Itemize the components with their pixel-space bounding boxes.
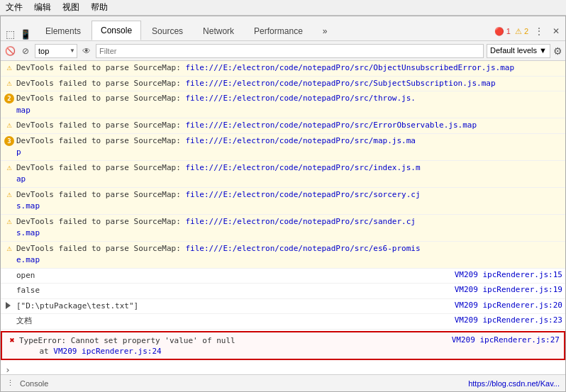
menu-help[interactable]: 帮助 xyxy=(88,0,111,15)
console-row-array: ["D:\ptuPackage\test.txt"] VM209 ipcRend… xyxy=(1,299,565,315)
levels-select[interactable]: Default levels ▼ xyxy=(487,44,550,58)
tab-elements[interactable]: Elements xyxy=(36,21,90,40)
tab-more[interactable]: » xyxy=(313,21,337,40)
context-select-wrap: top xyxy=(35,44,77,58)
console-row-warn-circle-3: 3 DevTools failed to parse SourceMap: fi… xyxy=(1,134,565,161)
sourcemap-link-8[interactable]: file:///E:/electron/code/notepadPro/src/… xyxy=(16,217,416,238)
warn-icon-6: ⚠ xyxy=(4,216,15,226)
filter-input[interactable] xyxy=(96,44,484,58)
error-link[interactable]: VM209 ipcRenderer.js:24 xyxy=(53,347,161,356)
sourcemap-link-4[interactable]: file:///E:/electron/code/notepadPro/src/… xyxy=(185,121,477,130)
prompt-arrow: › xyxy=(5,364,11,374)
sourcemap-link-3[interactable]: file:///E:/electron/code/notepadPro/src/… xyxy=(16,94,416,115)
console-row-warn-5: ⚠ DevTools failed to parse SourceMap: fi… xyxy=(1,188,565,215)
console-bottom-bar: ⋮ Console https://blog.csdn.net/Kav... xyxy=(1,374,565,391)
clear-console-icon[interactable]: 🚫 xyxy=(4,45,16,57)
warn-icon-7: ⚠ xyxy=(4,243,15,253)
row-source-array[interactable]: VM209 ipcRenderer.js:20 xyxy=(455,301,562,310)
warn-icon-1: ⚠ xyxy=(4,62,15,72)
devtools-outer: 文件 编辑 视图 帮助 ⬚ 📱 Elements Console Sources… xyxy=(0,0,566,392)
row-source-open[interactable]: VM209 ipcRenderer.js:15 xyxy=(455,270,562,279)
inspect-icon[interactable]: ⬚ xyxy=(4,28,16,40)
sourcemap-link-5[interactable]: file:///E:/electron/code/notepadPro/src/… xyxy=(16,136,416,157)
close-devtools-icon[interactable]: ✕ xyxy=(550,25,562,38)
filter-icon[interactable]: ⊘ xyxy=(19,45,32,57)
settings-icon[interactable]: ⚙ xyxy=(553,45,562,57)
devtools-window: ⬚ 📱 Elements Console Sources Network Per… xyxy=(0,16,566,392)
tab-sources[interactable]: Sources xyxy=(143,21,192,40)
console-row-warn-4: ⚠ DevTools failed to parse SourceMap: fi… xyxy=(1,161,565,188)
menu-edit[interactable]: 编辑 xyxy=(31,0,54,15)
tab-network[interactable]: Network xyxy=(194,21,243,40)
console-prompt[interactable]: › xyxy=(1,362,565,374)
more-options-icon[interactable]: ⋮ xyxy=(533,25,545,38)
console-row-warn-2: ⚠ DevTools failed to parse SourceMap: fi… xyxy=(1,77,565,92)
warn-circle-2: 2 xyxy=(4,93,15,103)
sourcemap-link-6[interactable]: file:///E:/electron/code/notepadPro/src/… xyxy=(16,163,421,184)
bottom-console-label[interactable]: Console xyxy=(20,379,48,388)
row-source-error[interactable]: VM209 ipcRenderer.js:27 xyxy=(452,335,560,345)
console-row-warn-3: ⚠ DevTools failed to parse SourceMap: fi… xyxy=(1,118,565,134)
row-source-false[interactable]: VM209 ipcRenderer.js:19 xyxy=(455,285,562,294)
menu-file[interactable]: 文件 xyxy=(3,0,26,15)
error-text: TypeError: Cannot set property 'value' o… xyxy=(19,335,449,347)
row-source-docs[interactable]: VM209 ipcRenderer.js:23 xyxy=(455,315,562,325)
error-icon: ✖ xyxy=(6,335,18,345)
console-row-false: false VM209 ipcRenderer.js:19 xyxy=(1,284,565,299)
tab-performance[interactable]: Performance xyxy=(245,21,312,40)
device-icon[interactable]: 📱 xyxy=(19,28,32,40)
console-output[interactable]: ⚠ DevTools failed to parse SourceMap: fi… xyxy=(1,61,565,374)
console-toolbar: 🚫 ⊘ top 👁 Default levels ▼ ⚙ xyxy=(1,41,565,61)
devtools-tab-icons: 🔴 1 ⚠ 2 ⋮ ✕ xyxy=(494,25,562,40)
console-row-warn-1: ⚠ DevTools failed to parse SourceMap: fi… xyxy=(1,61,565,77)
console-row-docs: 文档 VM209 ipcRenderer.js:23 xyxy=(1,314,565,330)
eye-icon[interactable]: 👁 xyxy=(80,45,93,57)
sourcemap-link-2[interactable]: file:///E:/electron/code/notepadPro/src/… xyxy=(185,79,495,88)
console-row-warn-6: ⚠ DevTools failed to parse SourceMap: fi… xyxy=(1,215,565,242)
sourcemap-link-9[interactable]: file:///E:/electron/code/notepadPro/src/… xyxy=(16,244,421,265)
warn-badge: ⚠ 2 xyxy=(515,27,528,36)
warn-icon-3: ⚠ xyxy=(4,120,15,130)
error-subtext: at VM209 ipcRenderer.js:24 xyxy=(6,347,162,356)
bottom-console-icon: ⋮ xyxy=(6,379,14,388)
tab-console[interactable]: Console xyxy=(91,21,141,40)
console-row-warn-circle-2: 2 DevTools failed to parse SourceMap: fi… xyxy=(1,91,565,118)
sourcemap-link-1[interactable]: file:///E:/electron/code/notepadPro/src/… xyxy=(185,63,514,72)
footer-link[interactable]: https://blog.csdn.net/Kav... xyxy=(468,379,560,388)
warn-icon-4: ⚠ xyxy=(4,162,15,172)
warn-circle-3: 3 xyxy=(4,135,15,146)
devtools-tab-bar: ⬚ 📱 Elements Console Sources Network Per… xyxy=(1,16,565,41)
plain-icon-array xyxy=(4,301,15,310)
console-row-open: open VM209 ipcRenderer.js:15 xyxy=(1,269,565,284)
sourcemap-link-7[interactable]: file:///E:/electron/code/notepadPro/src/… xyxy=(16,190,421,211)
console-row-error: ✖ TypeError: Cannot set property 'value'… xyxy=(1,331,565,361)
menu-view[interactable]: 视图 xyxy=(60,0,82,15)
console-row-warn-7: ⚠ DevTools failed to parse SourceMap: fi… xyxy=(1,242,565,269)
menu-bar: 文件 编辑 视图 帮助 xyxy=(0,0,566,16)
error-badge: 🔴 1 xyxy=(494,27,511,36)
warn-icon-5: ⚠ xyxy=(4,189,15,199)
context-select[interactable]: top xyxy=(35,44,77,58)
warn-icon-2: ⚠ xyxy=(4,78,15,88)
